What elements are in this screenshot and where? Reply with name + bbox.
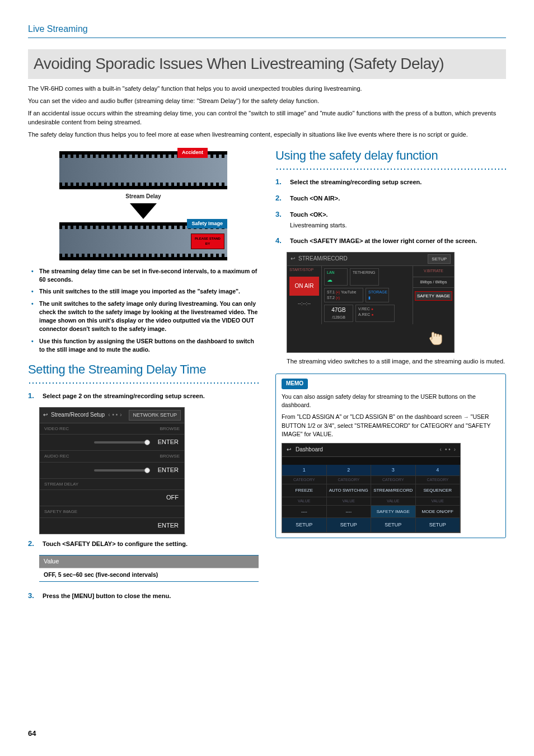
row-side: BROWSE: [160, 426, 180, 432]
value-table-header: Value: [39, 556, 259, 568]
panel-title: Stream/Record Setup: [51, 411, 105, 419]
step-number: 3.: [275, 209, 284, 220]
storage-total: /128GB: [332, 315, 345, 319]
filmstrip-after: Safety Image PLEASE STAND BY: [59, 222, 227, 260]
db-setup-button[interactable]: SETUP: [416, 518, 461, 533]
step-number: 4.: [275, 236, 284, 246]
db-value-safety-image[interactable]: SAFETY IMAGE: [371, 506, 416, 519]
memo-box: MEMO You can also assign safety delay fo…: [275, 374, 506, 538]
db-category-value[interactable]: STREAM/RECORD: [371, 484, 416, 497]
step-text: Touch <ON AIR>.: [290, 195, 340, 202]
step-3: 3. Press the [MENU] button to close the …: [28, 591, 259, 601]
safety-image-tag: Safety Image: [187, 219, 227, 228]
rec-dot-icon: ●: [371, 312, 373, 316]
db-setup-button[interactable]: SETUP: [327, 518, 372, 533]
pager-dots: • •: [445, 446, 451, 454]
db-value[interactable]: MODE ON/OFF: [416, 506, 461, 519]
step-text: Select the streaming/recording setup scr…: [290, 179, 421, 185]
dots-divider: [28, 382, 259, 384]
accident-tag: Accident: [177, 148, 208, 157]
step-text: Touch <OK>.: [290, 211, 328, 218]
notes-list: The streaming delay time can be set in f…: [28, 267, 259, 354]
note-item: The streaming delay time can be set in f…: [39, 267, 259, 284]
rec-dot-icon: ●: [371, 307, 373, 311]
row-label: VIDEO REC: [44, 426, 69, 432]
step-number: 1.: [275, 177, 284, 188]
db-col-3: 3: [371, 465, 416, 476]
intro-p1: The VR-6HD comes with a built-in "safety…: [28, 85, 506, 94]
off-button[interactable]: OFF: [166, 494, 179, 501]
db-cat-label: CATEGORY: [282, 476, 327, 484]
step-number: 1.: [28, 391, 37, 402]
pager-left-icon[interactable]: ‹: [108, 411, 110, 419]
row-label: STREAM DELAY: [44, 481, 78, 488]
back-icon[interactable]: ↩: [43, 411, 48, 419]
arrow-right-icon: →: [463, 414, 469, 420]
memo-text-2: From "LCD ASSIGN A" or "LCD ASSIGN B" on…: [282, 413, 500, 438]
dashboard-title: Dashboard: [296, 446, 323, 454]
right-column: Using the safety delay function 1. Selec…: [275, 147, 506, 606]
db-setup-button[interactable]: SETUP: [371, 518, 416, 533]
step-number: 3.: [28, 591, 37, 601]
step-text: Press the [MENU] button to close the men…: [43, 592, 171, 599]
intro-block: The VR-6HD comes with a built-in "safety…: [28, 85, 506, 139]
elapsed-time: --:--:--: [287, 298, 321, 310]
intro-p4: The safety delay function thus helps you…: [28, 130, 506, 139]
step-1: 1. Select page 2 on the streaming/record…: [28, 391, 259, 402]
value-table-row: OFF, 5 sec–60 sec (five-second intervals…: [39, 568, 259, 581]
db-val-label: VALUE: [371, 497, 416, 506]
safety-delay-diagram: Accident Stream Delay Safety Image PLEAS…: [59, 151, 227, 260]
value-table: Value OFF, 5 sec–60 sec (five-second int…: [39, 555, 259, 582]
enter-button[interactable]: ENTER: [158, 466, 179, 475]
down-arrow-icon: [130, 203, 157, 219]
db-col-4: 4: [416, 465, 461, 476]
standby-placeholder: PLEASE STAND BY: [191, 234, 224, 249]
db-cat-label: CATEGORY: [371, 476, 416, 484]
db-setup-button[interactable]: SETUP: [282, 518, 327, 533]
left-column: Accident Stream Delay Safety Image PLEAS…: [28, 147, 259, 606]
lan-indicator: LAN ☁: [324, 268, 348, 286]
start-stop-label: START/STOP: [287, 266, 321, 274]
db-val-label: VALUE: [327, 497, 372, 506]
storage-label: STORAGE: [368, 290, 387, 294]
step-text: Touch <SAFETY IMAGE> at the lower right …: [290, 237, 477, 244]
safety-image-button[interactable]: SAFETY IMAGE: [415, 291, 452, 301]
setup-button[interactable]: SETUP: [428, 254, 451, 264]
on-air-button[interactable]: ON AIR: [289, 277, 319, 296]
cloud-icon: ☁: [327, 277, 332, 283]
row-label: SAFETY IMAGE: [44, 508, 77, 515]
touch-hand-icon: [287, 324, 454, 352]
filmstrip-before: Accident: [59, 151, 227, 189]
db-col-2: 2: [327, 465, 372, 476]
db-category-value[interactable]: FREEZE: [282, 484, 327, 497]
note-item: Use this function by assigning the USER …: [39, 337, 259, 354]
memo-text-1: You can also assign safety delay for str…: [282, 393, 500, 409]
pager-left-icon[interactable]: ‹: [440, 446, 442, 454]
db-value[interactable]: ----: [327, 506, 372, 519]
stream-record-screenshot: ↩ STREAM/RECORD SETUP START/STOP ON AIR …: [287, 252, 455, 353]
after-screenshot-text: The streaming video switches to a still …: [287, 357, 506, 366]
section-heading-right: Using the safety delay function: [275, 147, 506, 165]
stream-record-setup-screenshot: ↩ Stream/Record Setup ‹ • • › NETWORK SE…: [39, 407, 185, 534]
db-category-value[interactable]: SEQUENCER: [416, 484, 461, 497]
audio-rec-slider[interactable]: [94, 469, 150, 472]
st2-label: ST.2: [327, 296, 335, 300]
enter-button[interactable]: ENTER: [158, 438, 179, 447]
r-step-4: 4. Touch <SAFETY IMAGE> at the lower rig…: [275, 236, 506, 246]
video-rec-slider[interactable]: [94, 441, 150, 444]
db-col-1: 1: [282, 465, 327, 476]
db-value[interactable]: ----: [282, 506, 327, 519]
db-category-value[interactable]: AUTO SWITCHING: [327, 484, 372, 497]
enter-button[interactable]: ENTER: [158, 522, 179, 529]
pager-right-icon[interactable]: ›: [454, 446, 456, 454]
network-setup-button[interactable]: NETWORK SETUP: [129, 410, 181, 421]
pager-right-icon[interactable]: ›: [120, 411, 121, 419]
back-icon[interactable]: ↩: [287, 446, 291, 454]
db-val-label: VALUE: [416, 497, 461, 506]
step-2: 2. Touch <SAFETY DELAY> to configure the…: [28, 539, 259, 549]
back-icon[interactable]: ↩: [291, 255, 295, 263]
arec-label: A.REC: [358, 312, 370, 316]
intro-p2: You can set the video and audio buffer (…: [28, 97, 506, 106]
note-item: This unit switches to the still image yo…: [39, 287, 259, 296]
db-cat-label: CATEGORY: [327, 476, 372, 484]
